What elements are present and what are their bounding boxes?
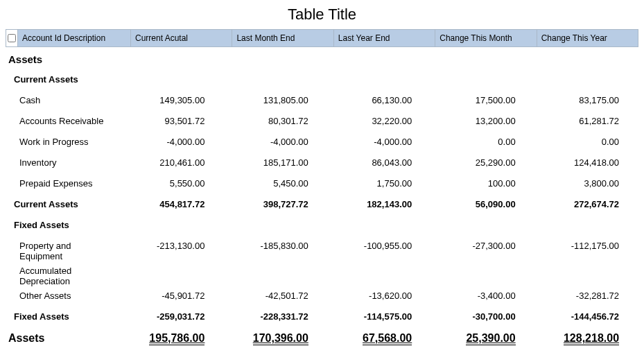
subtotal-cell: -144,456.72: [535, 311, 638, 322]
cell: -3,400.00: [431, 291, 534, 301]
cell: -4,000.00: [224, 137, 327, 147]
data-row: Accumulated Depreciation: [6, 263, 638, 288]
cell: -13,620.00: [328, 291, 431, 301]
cell: 80,301.72: [224, 116, 327, 126]
subsection-label: Current Assets: [6, 74, 121, 85]
grand-total-cell: 195,786.00: [121, 332, 224, 345]
cell: 17,500.00: [431, 95, 534, 105]
cell: -45,901.72: [121, 291, 224, 301]
data-row: Cash 149,305.00 131,805.00 66,130.00 17,…: [6, 93, 638, 114]
cell: 131,805.00: [224, 95, 327, 105]
row-label: Work in Progress: [6, 137, 121, 147]
section-header-assets: Assets: [6, 51, 638, 72]
cell: 25,290.00: [431, 157, 534, 168]
row-label: Accounts Receivable: [6, 116, 121, 126]
data-row: Accounts Receivable 93,501.72 80,301.72 …: [6, 114, 638, 135]
column-header-row: Account Id Description Current Acutal La…: [6, 29, 638, 47]
cell: 32,220.00: [328, 116, 431, 126]
subtotal-cell: 272,674.72: [535, 199, 638, 209]
subsection-header-current-assets: Current Assets: [6, 72, 638, 93]
subtotal-label: Fixed Assets: [6, 311, 121, 322]
cell: 185,171.00: [224, 157, 327, 168]
subtotal-row-fixed-assets: Fixed Assets -259,031.72 -228,331.72 -11…: [6, 309, 638, 330]
data-row: Inventory 210,461.00 185,171.00 86,043.0…: [6, 155, 638, 176]
subtotal-cell: -30,700.00: [431, 311, 534, 322]
row-label: Other Assets: [6, 291, 121, 301]
row-label: Property and Equipment: [6, 241, 121, 261]
subtotal-cell: -259,031.72: [121, 311, 224, 322]
cell: -100,955.00: [328, 241, 431, 251]
cell: -213,130.00: [121, 241, 224, 251]
cell: 61,281.72: [535, 116, 638, 126]
subtotal-cell: 56,090.00: [431, 199, 534, 209]
cell: -27,300.00: [431, 241, 534, 251]
grand-total-cell: 170,396.00: [224, 332, 327, 345]
cell: 93,501.72: [121, 116, 224, 126]
cell: 5,450.00: [224, 178, 327, 189]
data-row: Property and Equipment -213,130.00 -185,…: [6, 239, 638, 263]
cell: 1,750.00: [328, 178, 431, 189]
cell: 83,175.00: [535, 95, 638, 105]
column-header-change-this-year[interactable]: Change This Year: [537, 30, 638, 46]
subtotal-label: Current Assets: [6, 199, 121, 209]
report-body: Assets Current Assets Cash 149,305.00 13…: [6, 51, 638, 351]
cell: -42,501.72: [224, 291, 327, 301]
page-title: Table Title: [6, 6, 638, 24]
row-label: Inventory: [6, 157, 121, 168]
column-header-account[interactable]: Account Id Description: [18, 30, 131, 46]
cell: 0.00: [535, 137, 638, 147]
grand-total-cell: 67,568.00: [328, 332, 431, 345]
cell: 13,200.00: [431, 116, 534, 126]
cell: 210,461.00: [121, 157, 224, 168]
cell: -112,175.00: [535, 241, 638, 251]
cell: 5,550.00: [121, 178, 224, 189]
select-all-checkbox[interactable]: [8, 34, 16, 42]
cell: 0.00: [431, 137, 534, 147]
cell: 86,043.00: [328, 157, 431, 168]
data-row: Prepaid Expenses 5,550.00 5,450.00 1,750…: [6, 176, 638, 197]
cell: 3,800.00: [535, 178, 638, 189]
data-row: Work in Progress -4,000.00 -4,000.00 -4,…: [6, 135, 638, 155]
column-header-current-actual[interactable]: Current Acutal: [131, 30, 232, 46]
grand-total-label: Assets: [6, 332, 121, 345]
subtotal-cell: 398,727.72: [224, 199, 327, 209]
cell: -4,000.00: [121, 137, 224, 147]
cell: 66,130.00: [328, 95, 431, 105]
grand-total-cell: 128,218.00: [535, 332, 638, 345]
select-all-checkbox-cell[interactable]: [6, 30, 18, 46]
row-label: Accumulated Depreciation: [6, 266, 121, 286]
subtotal-row-current-assets: Current Assets 454,817.72 398,727.72 182…: [6, 197, 638, 218]
cell: 149,305.00: [121, 95, 224, 105]
subtotal-cell: 454,817.72: [121, 199, 224, 209]
subtotal-cell: -228,331.72: [224, 311, 327, 322]
grand-total-cell: 25,390.00: [431, 332, 534, 345]
cell: 100.00: [431, 178, 534, 189]
cell: -32,281.72: [535, 291, 638, 301]
row-label: Cash: [6, 95, 121, 105]
cell: -4,000.00: [328, 137, 431, 147]
section-label: Assets: [6, 53, 121, 65]
subsection-label: Fixed Assets: [6, 220, 121, 230]
column-header-last-month-end[interactable]: Last Month End: [232, 30, 333, 46]
data-row: Other Assets -45,901.72 -42,501.72 -13,6…: [6, 288, 638, 309]
row-label: Prepaid Expenses: [6, 178, 121, 189]
subtotal-cell: 182,143.00: [328, 199, 431, 209]
report-page: Table Title Account Id Description Curre…: [0, 0, 644, 355]
grand-total-row: Assets 195,786.00 170,396.00 67,568.00 2…: [6, 330, 638, 351]
column-header-last-year-end[interactable]: Last Year End: [334, 30, 435, 46]
cell: -185,830.00: [224, 241, 327, 251]
column-header-change-this-month[interactable]: Change This Month: [435, 30, 537, 46]
subsection-header-fixed-assets: Fixed Assets: [6, 218, 638, 239]
subtotal-cell: -114,575.00: [328, 311, 431, 322]
cell: 124,418.00: [535, 157, 638, 168]
